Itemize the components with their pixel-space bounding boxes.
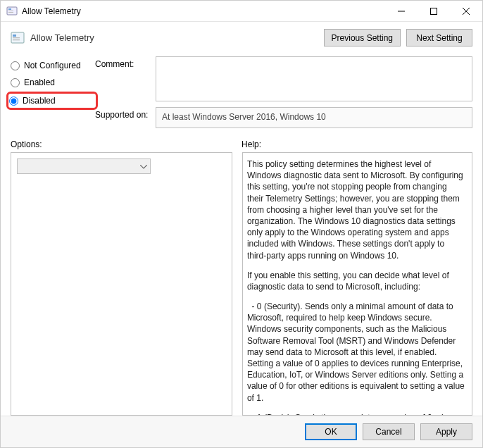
radio-label: Disabled: [23, 96, 56, 106]
header: Allow Telemetry Previous Setting Next Se…: [1, 22, 482, 54]
svg-rect-1: [8, 8, 11, 10]
help-paragraph: - 0 (Security). Sends only a minimal amo…: [247, 301, 465, 404]
close-button[interactable]: [450, 1, 482, 21]
supported-value: At least Windows Server 2016, Windows 10: [156, 107, 472, 128]
ok-button[interactable]: OK: [305, 423, 357, 440]
mid-labels: Options: Help:: [1, 134, 482, 152]
svg-rect-10: [13, 37, 20, 38]
options-label: Options:: [11, 139, 242, 149]
radio-not-configured-input[interactable]: [11, 61, 20, 70]
fields: Comment: Supported on: At least Windows …: [95, 56, 472, 134]
svg-rect-5: [431, 8, 437, 14]
app-icon: [6, 6, 18, 17]
comment-label: Comment:: [95, 56, 156, 101]
radio-label: Enabled: [24, 77, 55, 87]
svg-rect-11: [13, 39, 20, 40]
help-paragraph: This policy setting determines the highe…: [247, 158, 465, 261]
radio-enabled[interactable]: Enabled: [11, 77, 95, 87]
policy-icon: [11, 31, 25, 45]
radio-label: Not Configured: [24, 61, 81, 70]
previous-setting-button[interactable]: Previous Setting: [324, 29, 401, 46]
comment-input[interactable]: [156, 56, 472, 101]
state-radios: Not Configured Enabled Disabled: [11, 56, 95, 134]
help-pane[interactable]: This policy setting determines the highe…: [242, 152, 472, 416]
next-setting-button[interactable]: Next Setting: [406, 29, 472, 46]
help-label: Help:: [242, 139, 472, 149]
title-bar: Allow Telemetry: [1, 1, 482, 22]
options-dropdown[interactable]: [17, 158, 151, 174]
comment-field: Comment:: [95, 56, 472, 101]
page-title: Allow Telemetry: [30, 32, 318, 43]
supported-label: Supported on:: [95, 107, 156, 128]
options-pane: [11, 152, 232, 416]
radio-disabled-input[interactable]: [9, 97, 18, 106]
svg-rect-3: [8, 12, 13, 13]
window-title: Allow Telemetry: [22, 6, 385, 16]
footer: OK Cancel Apply: [1, 416, 482, 447]
supported-field: Supported on: At least Windows Server 20…: [95, 107, 472, 128]
maximize-button[interactable]: [418, 1, 450, 21]
radio-disabled[interactable]: Disabled: [9, 94, 95, 107]
help-paragraph: If you enable this setting, you can deci…: [247, 270, 465, 292]
cancel-button[interactable]: Cancel: [363, 423, 415, 440]
chevron-down-icon: [140, 161, 147, 171]
minimize-button[interactable]: [385, 1, 418, 21]
help-paragraph: - 1 (Basic). Sends the same data as a va…: [247, 412, 465, 416]
svg-rect-2: [8, 11, 13, 11]
radio-not-configured[interactable]: Not Configured: [11, 61, 95, 70]
apply-button[interactable]: Apply: [420, 423, 472, 440]
upper-section: Not Configured Enabled Disabled Comment:…: [1, 54, 482, 134]
radio-enabled-input[interactable]: [11, 78, 20, 87]
help-text: This policy setting determines the highe…: [243, 153, 472, 416]
lower-section: This policy setting determines the highe…: [1, 152, 482, 416]
svg-rect-9: [13, 35, 16, 37]
